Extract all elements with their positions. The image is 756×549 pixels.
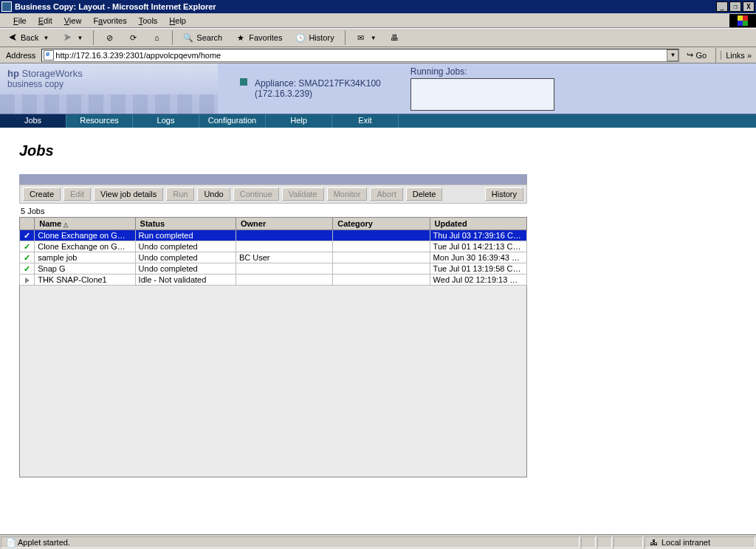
view-details-button[interactable]: View job details	[94, 187, 163, 201]
triangle-icon	[25, 277, 30, 283]
refresh-button[interactable]: ⟳	[123, 31, 142, 44]
mail-button[interactable]: ✉▼	[351, 31, 381, 44]
security-zone: 🖧 Local intranet	[645, 536, 755, 548]
minimize-button[interactable]: _	[716, 1, 728, 12]
table-row[interactable]: ✓Clone Exchange on G…Run completedThu Ju…	[20, 230, 527, 241]
menu-tools[interactable]: Tools	[133, 15, 164, 27]
status-bar: 📄 Applet started. 🖧 Local intranet	[0, 534, 756, 549]
status-seg-2	[597, 536, 612, 548]
links-button[interactable]: Links »	[721, 51, 756, 60]
back-button[interactable]: ⮜ Back ▼	[3, 31, 53, 44]
menu-file[interactable]: File	[7, 15, 32, 27]
col-owner[interactable]: Owner	[236, 218, 332, 230]
nav-jobs[interactable]: Jobs	[0, 114, 66, 128]
menu-favorites[interactable]: Favorites	[87, 15, 132, 27]
jobs-table: Name △ Status Owner Category Updated ✓Cl…	[19, 217, 527, 286]
app-icon	[1, 1, 12, 12]
continue-button[interactable]: Continue	[233, 187, 279, 201]
cell-updated: Tue Jul 01 14:21:13 C…	[430, 241, 526, 252]
table-row[interactable]: ✓sample jobUndo completedBC UserMon Jun …	[20, 252, 527, 263]
forward-icon: ⮞	[62, 32, 72, 43]
forward-button[interactable]: ⮞▼	[58, 31, 87, 44]
edit-button[interactable]: Edit	[63, 187, 91, 201]
print-icon: 🖶	[390, 32, 400, 43]
status-seg-3	[614, 536, 643, 548]
nav-help[interactable]: Help	[266, 114, 332, 128]
validate-button[interactable]: Validate	[282, 187, 324, 201]
col-icon[interactable]	[20, 218, 35, 230]
menubar: File Edit View Favorites Tools Help	[0, 13, 756, 28]
menu-help[interactable]: Help	[163, 15, 192, 27]
history-button[interactable]: 🕓History	[291, 31, 338, 44]
home-button[interactable]: ⌂	[147, 31, 166, 44]
col-category[interactable]: Category	[333, 218, 430, 230]
address-combo[interactable]: ▼	[41, 49, 679, 62]
undo-button[interactable]: Undo	[197, 187, 230, 201]
menu-view[interactable]: View	[58, 15, 88, 27]
refresh-icon: ⟳	[128, 32, 138, 43]
cell-category	[333, 230, 430, 241]
cell-status: Undo completed	[135, 252, 236, 263]
go-button[interactable]: ↪Go	[682, 50, 711, 60]
table-row[interactable]: THK SNAP-Clone1Idle - Not validatedWed J…	[20, 274, 527, 286]
app-header: hp StorageWorks business copy Appliance:…	[0, 63, 756, 114]
window-title: Business Copy: Layout - Microsoft Intern…	[15, 2, 216, 11]
job-button-bar: Create Edit View job details Run Undo Co…	[19, 184, 527, 204]
cell-owner	[236, 274, 332, 286]
address-input[interactable]	[55, 50, 667, 61]
menu-edit[interactable]: Edit	[32, 15, 58, 27]
maximize-button[interactable]: ❐	[729, 1, 741, 12]
favorites-button[interactable]: ★Favorites	[231, 31, 286, 44]
cell-updated: Wed Jul 02 12:19:13 …	[430, 274, 526, 286]
monitor-button[interactable]: Monitor	[327, 187, 368, 201]
cell-status: Undo completed	[135, 263, 236, 274]
cell-category	[333, 274, 430, 286]
search-button[interactable]: 🔍Search	[179, 31, 227, 44]
status-square-icon	[240, 78, 247, 86]
abort-button[interactable]: Abort	[370, 187, 402, 201]
col-updated[interactable]: Updated	[430, 218, 526, 230]
cell-category	[333, 263, 430, 274]
check-icon: ✓	[23, 254, 31, 262]
print-button[interactable]: 🖶	[385, 31, 405, 44]
jobs-table-empty-area	[19, 286, 527, 477]
close-button[interactable]: X	[743, 1, 755, 12]
cell-updated: Mon Jun 30 16:39:43 …	[430, 252, 526, 263]
table-row[interactable]: ✓Clone Exchange on G…Undo completedTue J…	[20, 241, 527, 252]
run-button[interactable]: Run	[166, 187, 194, 201]
cell-status: Idle - Not validated	[135, 274, 236, 286]
col-status[interactable]: Status	[135, 218, 236, 230]
cell-owner	[236, 263, 332, 274]
cell-owner	[236, 241, 332, 252]
address-dropdown[interactable]: ▼	[667, 49, 678, 61]
cell-updated: Tue Jul 01 13:19:58 C…	[430, 263, 526, 274]
nav-exit[interactable]: Exit	[332, 114, 399, 128]
create-button[interactable]: Create	[23, 187, 61, 201]
content-area: Jobs Create Edit View job details Run Un…	[0, 128, 756, 534]
appliance-label: Appliance: SMAD217FK34K100	[255, 78, 381, 89]
go-icon: ↪	[687, 50, 693, 60]
nav-logs[interactable]: Logs	[133, 114, 199, 128]
check-icon: ✓	[23, 232, 31, 240]
cell-name: Clone Exchange on G…	[35, 241, 135, 252]
search-icon: 🔍	[183, 32, 193, 43]
col-name[interactable]: Name △	[35, 218, 135, 230]
zone-icon: 🖧	[650, 538, 659, 547]
history-button[interactable]: History	[485, 187, 523, 201]
cell-status: Run completed	[135, 230, 236, 241]
appliance-ip: (172.16.3.239)	[255, 89, 381, 99]
nav-configuration[interactable]: Configuration	[199, 114, 266, 128]
cell-name: sample job	[35, 252, 135, 263]
back-icon: ⮜	[7, 32, 18, 43]
stop-button[interactable]: ⊘	[100, 31, 119, 44]
cell-name: Snap G	[35, 263, 135, 274]
status-seg-1	[581, 536, 596, 548]
history-icon: 🕓	[295, 32, 306, 43]
cell-owner	[236, 230, 332, 241]
cell-name: THK SNAP-Clone1	[35, 274, 135, 286]
table-row[interactable]: ✓Snap GUndo completedTue Jul 01 13:19:58…	[20, 263, 527, 274]
nav-resources[interactable]: Resources	[66, 114, 133, 128]
page-icon: 📄	[6, 538, 15, 547]
delete-button[interactable]: Delete	[406, 187, 443, 201]
brand-panel: hp StorageWorks business copy	[0, 63, 218, 114]
